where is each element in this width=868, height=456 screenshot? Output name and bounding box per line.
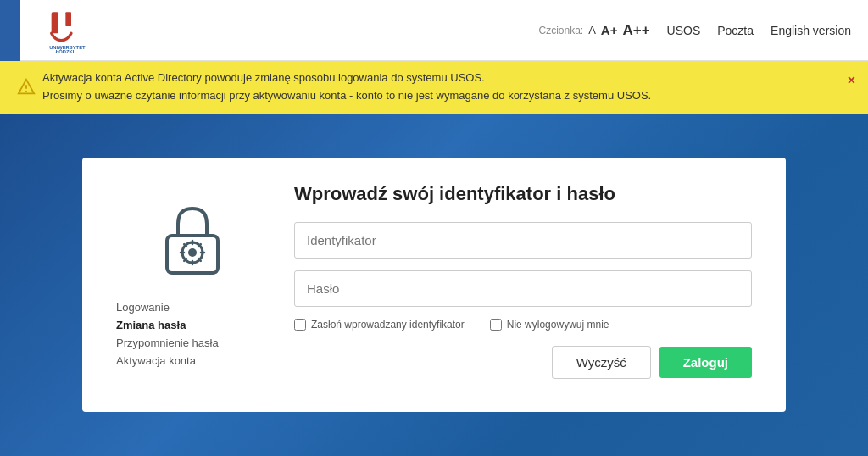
- lock-svg: [154, 200, 231, 276]
- warning-line1: Aktywacja konta Active Directory powoduj…: [42, 70, 851, 87]
- card-title: Wprowadź swój identyfikator i hasło: [294, 183, 752, 205]
- font-small-button[interactable]: A: [588, 24, 596, 36]
- mask-identifier-label: Zasłoń wprowadzany identyfikator: [311, 319, 465, 331]
- font-medium-button[interactable]: A+: [601, 23, 618, 37]
- side-bar-accent: [0, 0, 20, 61]
- warning-icon: [17, 78, 36, 97]
- stay-logged-checkbox[interactable]: [490, 319, 502, 331]
- nav-poczta-link[interactable]: Poczta: [717, 24, 754, 37]
- password-input[interactable]: [294, 270, 752, 307]
- header-nav: USOS Poczta English version: [667, 24, 851, 37]
- svg-rect-1: [52, 12, 58, 33]
- header-left: UNIWERSYTET ŁÓDZKI: [17, 8, 88, 53]
- clear-button[interactable]: Wyczyść: [552, 346, 651, 379]
- card-right: Wprowadź swój identyfikator i hasło Zasł…: [294, 183, 752, 379]
- lock-icon: [154, 200, 231, 280]
- stay-logged-checkbox-label[interactable]: Nie wylogowywuj mnie: [490, 319, 609, 331]
- nav-aktywacja-konta[interactable]: Aktywacja konta: [116, 354, 219, 367]
- nav-przypomnienie-hasla[interactable]: Przypomnienie hasła: [116, 336, 219, 349]
- card-nav: Logowanie Zmiana hasła Przypomnienie has…: [116, 301, 219, 367]
- svg-point-7: [25, 90, 27, 92]
- warning-close-button[interactable]: ×: [848, 70, 855, 92]
- main-content: Logowanie Zmiana hasła Przypomnienie has…: [0, 114, 868, 456]
- font-large-button[interactable]: A++: [622, 22, 649, 39]
- svg-point-10: [188, 248, 197, 257]
- login-button[interactable]: Zaloguj: [659, 347, 752, 378]
- lock-icon-container: [116, 200, 269, 280]
- warning-text: Aktywacja konta Active Directory powoduj…: [42, 70, 851, 105]
- nav-zmiana-hasla[interactable]: Zmiana hasła: [116, 319, 219, 331]
- login-card: Logowanie Zmiana hasła Przypomnienie has…: [82, 158, 786, 412]
- font-label: Czcionka:: [538, 25, 583, 36]
- identifier-input[interactable]: [294, 222, 752, 259]
- card-left: Logowanie Zmiana hasła Przypomnienie has…: [116, 183, 269, 367]
- buttons-row: Wyczyść Zaloguj: [294, 346, 752, 379]
- nav-logowanie[interactable]: Logowanie: [116, 301, 219, 314]
- stay-logged-label: Nie wylogowywuj mnie: [507, 319, 609, 331]
- checkboxes-row: Zasłoń wprowadzany identyfikator Nie wyl…: [294, 319, 752, 331]
- mask-identifier-checkbox-label[interactable]: Zasłoń wprowadzany identyfikator: [294, 319, 465, 331]
- nav-english-link[interactable]: English version: [771, 24, 851, 37]
- nav-usos-link[interactable]: USOS: [667, 24, 701, 37]
- header: UNIWERSYTET ŁÓDZKI Czcionka: A A+ A++ US…: [0, 0, 868, 61]
- university-logo: UNIWERSYTET ŁÓDZKI: [46, 8, 88, 53]
- warning-banner: Aktywacja konta Active Directory powoduj…: [0, 61, 868, 114]
- header-right: Czcionka: A A+ A++ USOS Poczta English v…: [538, 22, 851, 39]
- svg-text:ŁÓDZKI: ŁÓDZKI: [56, 47, 75, 52]
- mask-identifier-checkbox[interactable]: [294, 319, 306, 331]
- svg-rect-2: [65, 12, 71, 26]
- font-controls: Czcionka: A A+ A++: [538, 22, 649, 39]
- logo-container: UNIWERSYTET ŁÓDZKI: [46, 8, 88, 53]
- warning-line2: Prosimy o uważne czytanie informacji prz…: [42, 87, 851, 105]
